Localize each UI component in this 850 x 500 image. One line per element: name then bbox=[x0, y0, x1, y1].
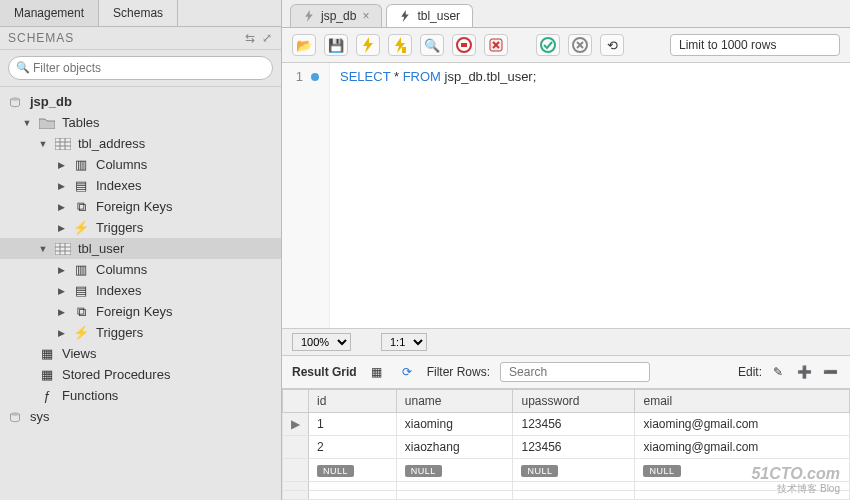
col-uname[interactable]: uname bbox=[396, 390, 513, 413]
tree-db-jspdb[interactable]: jsp_db bbox=[0, 91, 281, 112]
cell-upassword[interactable]: 123456 bbox=[513, 436, 635, 459]
col-email[interactable]: email bbox=[635, 390, 850, 413]
cell-null[interactable]: NULL bbox=[396, 459, 513, 482]
null-badge: NULL bbox=[643, 465, 680, 477]
table-row[interactable]: ▶ 1 xiaoming 123456 xiaoming@gmail.com bbox=[283, 413, 850, 436]
rollback-button[interactable] bbox=[568, 34, 592, 56]
columns-icon: ▥ bbox=[72, 263, 90, 277]
keyword-from: FROM bbox=[403, 69, 441, 84]
columns-icon: ▥ bbox=[72, 158, 90, 172]
tree-indexes[interactable]: ▶▤Indexes bbox=[0, 175, 281, 196]
editor-tab-jspdb[interactable]: jsp_db × bbox=[290, 4, 382, 27]
svg-rect-1 bbox=[55, 138, 71, 150]
edit-row-icon[interactable]: ✎ bbox=[768, 363, 788, 381]
expand-icon: ▶ bbox=[56, 181, 66, 191]
svg-point-0 bbox=[11, 97, 20, 100]
filter-objects-input[interactable] bbox=[8, 56, 273, 80]
tree-label: Indexes bbox=[96, 178, 142, 193]
cell-null[interactable]: NULL bbox=[513, 459, 635, 482]
cell-id[interactable]: 1 bbox=[309, 413, 397, 436]
tree-table-tbl_user[interactable]: ▼ tbl_user bbox=[0, 238, 281, 259]
collapse-icon[interactable]: ⤢ bbox=[262, 31, 273, 45]
save-button[interactable]: 💾 bbox=[324, 34, 348, 56]
autocommit-button[interactable]: ⟲ bbox=[600, 34, 624, 56]
close-icon[interactable]: × bbox=[362, 9, 369, 23]
tree-indexes[interactable]: ▶▤Indexes bbox=[0, 280, 281, 301]
split-select[interactable]: 1:1 bbox=[381, 333, 427, 351]
tree-columns[interactable]: ▶▥Columns bbox=[0, 154, 281, 175]
null-badge: NULL bbox=[405, 465, 442, 477]
col-upassword[interactable]: upassword bbox=[513, 390, 635, 413]
tree-foreignkeys[interactable]: ▶⧉Foreign Keys bbox=[0, 301, 281, 322]
breakpoint-dot-icon[interactable] bbox=[311, 73, 319, 81]
limit-label: Limit to 1000 rows bbox=[679, 38, 776, 52]
stop-button[interactable] bbox=[452, 34, 476, 56]
delete-row-icon[interactable]: ➖ bbox=[820, 363, 840, 381]
tree-tables[interactable]: ▼ Tables bbox=[0, 112, 281, 133]
cell-email[interactable]: xiaoming@gmail.com bbox=[635, 436, 850, 459]
execute-current-button[interactable] bbox=[388, 34, 412, 56]
svg-rect-14 bbox=[461, 43, 467, 47]
commit-button[interactable] bbox=[536, 34, 560, 56]
tree-functions[interactable]: ƒFunctions bbox=[0, 385, 281, 406]
tree-db-sys[interactable]: sys bbox=[0, 406, 281, 427]
editor-status-bar: 100% 1:1 bbox=[282, 329, 850, 356]
tree-views[interactable]: ▦Views bbox=[0, 343, 281, 364]
null-badge: NULL bbox=[317, 465, 354, 477]
sql-editor[interactable]: 1 SELECT * FROM jsp_db.tbl_user; bbox=[282, 63, 850, 329]
expand-icon: ▶ bbox=[56, 265, 66, 275]
cell-null[interactable]: NULL bbox=[309, 459, 397, 482]
grid-view-icon[interactable]: ▦ bbox=[367, 363, 387, 381]
row-marker[interactable] bbox=[283, 459, 309, 482]
tree-columns[interactable]: ▶▥Columns bbox=[0, 259, 281, 280]
cell-id[interactable]: 2 bbox=[309, 436, 397, 459]
filter-rows-input[interactable] bbox=[500, 362, 650, 382]
add-row-icon[interactable]: ➕ bbox=[794, 363, 814, 381]
sidebar-tab-management[interactable]: Management bbox=[0, 0, 99, 26]
row-marker[interactable] bbox=[283, 436, 309, 459]
edit-label: Edit: bbox=[738, 365, 762, 379]
row-limit-select[interactable]: Limit to 1000 rows bbox=[670, 34, 840, 56]
expand-icon: ▶ bbox=[56, 286, 66, 296]
refresh-icon[interactable]: ⇆ bbox=[245, 31, 256, 45]
code-star: * bbox=[390, 69, 402, 84]
database-icon bbox=[6, 95, 24, 109]
tree-table-tbl_address[interactable]: ▼ tbl_address bbox=[0, 133, 281, 154]
schemas-title: SCHEMAS bbox=[8, 31, 74, 45]
tree-foreignkeys[interactable]: ▶⧉Foreign Keys bbox=[0, 196, 281, 217]
row-header-blank bbox=[283, 390, 309, 413]
table-icon bbox=[54, 137, 72, 151]
schema-tree: jsp_db ▼ Tables ▼ tbl_address ▶▥Columns … bbox=[0, 87, 281, 500]
tab-label: jsp_db bbox=[321, 9, 356, 23]
indexes-icon: ▤ bbox=[72, 179, 90, 193]
tree-label: Tables bbox=[62, 115, 100, 130]
zoom-select[interactable]: 100% bbox=[292, 333, 351, 351]
execute-button[interactable] bbox=[356, 34, 380, 56]
code-line[interactable]: SELECT * FROM jsp_db.tbl_user; bbox=[330, 63, 546, 328]
sidebar-tab-schemas[interactable]: Schemas bbox=[99, 0, 178, 26]
tree-triggers[interactable]: ▶⚡Triggers bbox=[0, 217, 281, 238]
table-row[interactable]: 2 xiaozhang 123456 xiaoming@gmail.com bbox=[283, 436, 850, 459]
folder-icon bbox=[38, 116, 56, 130]
row-marker-icon[interactable]: ▶ bbox=[283, 413, 309, 436]
cell-uname[interactable]: xiaozhang bbox=[396, 436, 513, 459]
cancel-button[interactable] bbox=[484, 34, 508, 56]
cell-uname[interactable]: xiaoming bbox=[396, 413, 513, 436]
filter-wrap: 🔍 bbox=[0, 50, 281, 87]
tree-storedprocs[interactable]: ▦Stored Procedures bbox=[0, 364, 281, 385]
tree-label: Views bbox=[62, 346, 96, 361]
tree-label: Functions bbox=[62, 388, 118, 403]
col-id[interactable]: id bbox=[309, 390, 397, 413]
cell-email[interactable]: xiaoming@gmail.com bbox=[635, 413, 850, 436]
open-file-button[interactable]: 📂 bbox=[292, 34, 316, 56]
functions-icon: ƒ bbox=[38, 389, 56, 403]
search-icon: 🔍 bbox=[16, 61, 30, 74]
expand-icon: ▶ bbox=[56, 307, 66, 317]
refresh-results-icon[interactable]: ⟳ bbox=[397, 363, 417, 381]
editor-tab-tbluser[interactable]: tbl_user bbox=[386, 4, 473, 27]
tree-label: Triggers bbox=[96, 220, 143, 235]
tree-label: Columns bbox=[96, 262, 147, 277]
tree-triggers[interactable]: ▶⚡Triggers bbox=[0, 322, 281, 343]
explain-button[interactable]: 🔍 bbox=[420, 34, 444, 56]
cell-upassword[interactable]: 123456 bbox=[513, 413, 635, 436]
